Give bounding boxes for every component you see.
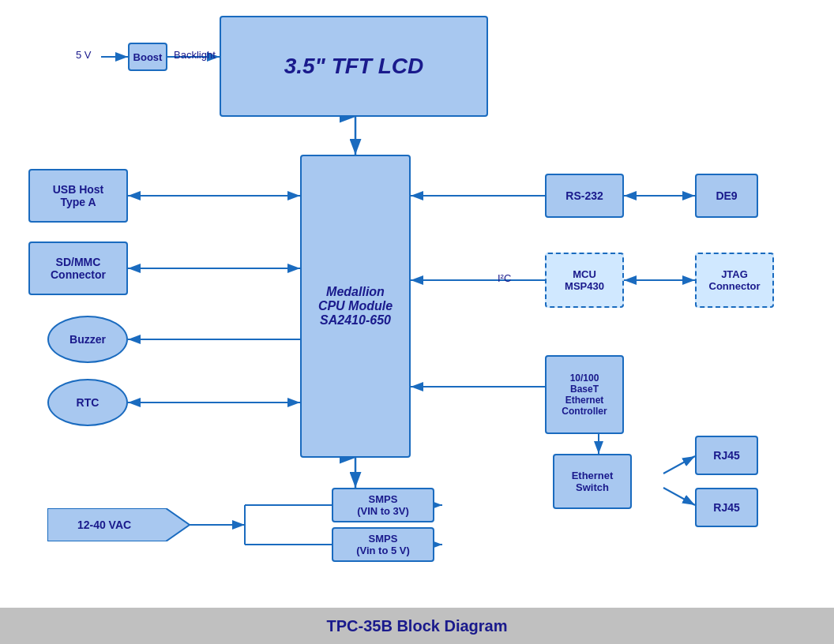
boost-block: Boost (128, 43, 167, 71)
ethernet-switch-block: Ethernet Switch (553, 454, 632, 509)
de9-block: DE9 (695, 174, 758, 218)
cpu-block: Medallion CPU Module SA2410-650 (300, 155, 411, 458)
footer-bar: TPC-35B Block Diagram (0, 608, 834, 644)
smps-5v-block: SMPS (Vin to 5 V) (332, 527, 434, 562)
power-input-block: 12-40 VAC (47, 508, 190, 541)
buzzer-block: Buzzer (47, 316, 128, 363)
rj45-top-block: RJ45 (695, 436, 758, 475)
ethernet-ctrl-block: 10/100 BaseT Ethernet Controller (545, 355, 624, 434)
sd-mmc-block: SD/MMC Connector (28, 242, 128, 295)
5v-label: 5 V (76, 49, 92, 61)
svg-line-18 (663, 488, 695, 505)
footer-title: TPC-35B Block Diagram (327, 617, 508, 635)
jtag-block: JTAG Connector (695, 253, 774, 308)
usb-host-block: USB Host Type A (28, 169, 128, 223)
mcu-block: MCU MSP430 (545, 253, 624, 308)
svg-line-17 (663, 456, 695, 474)
i2c-label: I²C (498, 272, 511, 284)
rtc-block: RTC (47, 379, 128, 426)
rj45-bottom-block: RJ45 (695, 488, 758, 527)
backlight-label: Backlight (174, 49, 216, 61)
smps-3v-block: SMPS (VIN to 3V) (332, 488, 434, 522)
diagram-area: 5 V Backlight I²C Boost 3.5" TFT LCD Med… (0, 0, 834, 608)
svg-text:12-40 VAC: 12-40 VAC (77, 519, 131, 531)
rs232-block: RS-232 (545, 174, 624, 218)
lcd-block: 3.5" TFT LCD (220, 16, 488, 117)
